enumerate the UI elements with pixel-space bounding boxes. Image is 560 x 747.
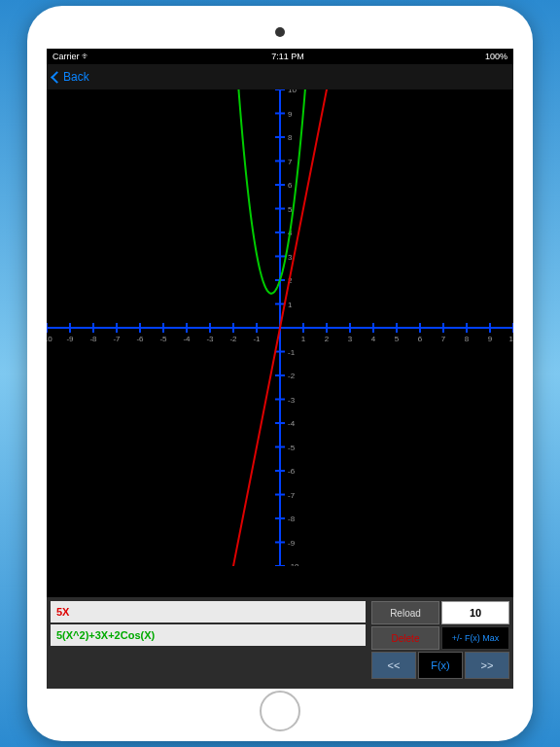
svg-text:-1: -1 [288, 348, 296, 357]
delete-button[interactable]: Delete [371, 626, 439, 650]
svg-text:-8: -8 [288, 515, 296, 523]
bottom-panel: 5X 5(X^2)+3X+2Cos(X) Reload 10 Delete +/… [47, 597, 513, 689]
ipad-device-frame: Carrier ᯤ 7:11 PM 100% Back -10-9-8-7-6-… [27, 6, 533, 741]
function-expr-1: 5X [56, 606, 69, 618]
max-value-display[interactable]: 10 [441, 601, 509, 624]
svg-text:-5: -5 [288, 444, 296, 452]
svg-text:1: 1 [301, 335, 306, 343]
chevron-left-icon [51, 71, 63, 84]
svg-text:-7: -7 [113, 335, 121, 343]
svg-text:-6: -6 [288, 467, 296, 476]
svg-text:9: 9 [488, 335, 493, 343]
svg-text:8: 8 [288, 133, 293, 142]
svg-text:3: 3 [348, 335, 353, 343]
svg-text:-9: -9 [66, 335, 74, 343]
svg-text:-4: -4 [288, 419, 296, 428]
chart-canvas: -10-9-8-7-6-5-4-3-2-112345678910-10-9-8-… [47, 89, 513, 566]
reload-button[interactable]: Reload [371, 601, 439, 624]
svg-text:6: 6 [288, 181, 293, 190]
svg-text:6: 6 [418, 335, 423, 343]
svg-text:-3: -3 [288, 396, 296, 405]
svg-text:10: 10 [288, 89, 297, 94]
function-row-1[interactable]: 5X [51, 601, 366, 622]
back-label: Back [63, 70, 89, 84]
nav-bar: Back [47, 64, 513, 89]
fx-button[interactable]: F(x) [418, 652, 463, 679]
svg-text:-8: -8 [89, 335, 97, 343]
svg-text:7: 7 [288, 158, 293, 166]
svg-text:1: 1 [288, 301, 293, 309]
svg-text:8: 8 [465, 335, 470, 343]
svg-text:-1: -1 [253, 335, 261, 343]
svg-text:5: 5 [395, 335, 400, 343]
status-battery: 100% [485, 52, 508, 61]
device-screen: Carrier ᯤ 7:11 PM 100% Back -10-9-8-7-6-… [47, 49, 513, 689]
status-carrier: Carrier ᯤ [52, 52, 90, 61]
next-button[interactable]: >> [465, 652, 509, 679]
svg-text:-10: -10 [47, 335, 52, 343]
svg-text:-4: -4 [183, 335, 191, 343]
back-button[interactable]: Back [52, 70, 89, 84]
function-row-2[interactable]: 5(X^2)+3X+2Cos(X) [51, 624, 366, 646]
svg-text:-2: -2 [288, 372, 296, 380]
svg-text:-5: -5 [159, 335, 167, 343]
svg-text:-6: -6 [136, 335, 144, 343]
svg-text:9: 9 [288, 110, 293, 119]
prev-button[interactable]: << [371, 652, 416, 679]
status-time: 7:11 PM [271, 52, 304, 61]
svg-text:-2: -2 [229, 335, 237, 343]
function-list: 5X 5(X^2)+3X+2Cos(X) [51, 601, 366, 685]
svg-text:7: 7 [441, 335, 446, 343]
status-bar: Carrier ᯤ 7:11 PM 100% [47, 49, 513, 64]
device-camera [275, 27, 285, 37]
svg-text:3: 3 [288, 253, 293, 262]
svg-text:-7: -7 [288, 491, 296, 500]
svg-text:-10: -10 [288, 562, 299, 566]
home-button[interactable] [260, 691, 300, 731]
svg-text:10: 10 [509, 335, 513, 343]
svg-text:2: 2 [325, 335, 330, 343]
function-expr-2: 5(X^2)+3X+2Cos(X) [56, 629, 155, 641]
svg-text:4: 4 [371, 335, 376, 343]
svg-text:-9: -9 [288, 539, 296, 548]
max-label[interactable]: +/- F(x) Max [441, 626, 509, 650]
svg-text:-3: -3 [206, 335, 214, 343]
side-controls: Reload 10 Delete +/- F(x) Max << F(x) >> [371, 601, 509, 685]
graph-area[interactable]: -10-9-8-7-6-5-4-3-2-112345678910-10-9-8-… [47, 89, 513, 566]
